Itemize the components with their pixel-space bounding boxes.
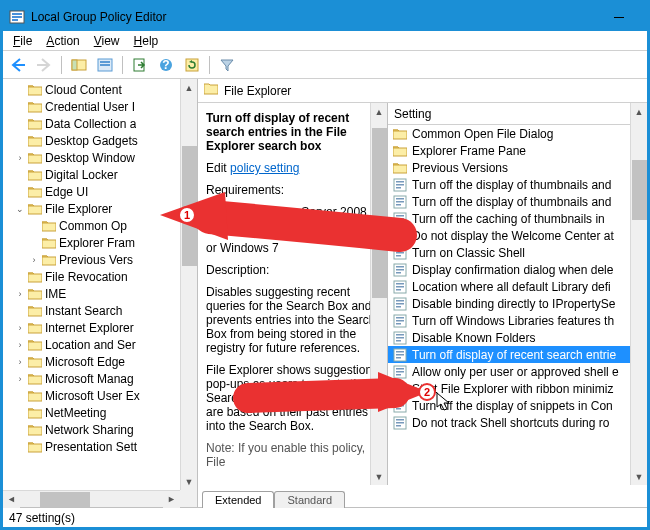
collapse-icon[interactable]: ⌄ bbox=[13, 204, 27, 214]
list-item[interactable]: Turn off the display of thumbnails and bbox=[388, 176, 630, 193]
tree-item[interactable]: ›Location and Ser bbox=[5, 336, 197, 353]
back-button[interactable] bbox=[7, 54, 29, 76]
tree-item[interactable]: NetMeeting bbox=[5, 404, 197, 421]
list-item[interactable]: Turn off display of recent search entrie bbox=[388, 346, 630, 363]
svg-rect-64 bbox=[396, 391, 401, 393]
menu-view[interactable]: View bbox=[88, 32, 126, 50]
expand-icon[interactable]: › bbox=[13, 323, 27, 333]
tree-item[interactable]: File Revocation bbox=[5, 268, 197, 285]
status-text: 47 setting(s) bbox=[9, 511, 75, 525]
tree-hscrollbar[interactable]: ◄ ► bbox=[3, 490, 180, 507]
list-item[interactable]: Allow only per user or approved shell e bbox=[388, 363, 630, 380]
scroll-up-button[interactable]: ▲ bbox=[631, 103, 647, 120]
scroll-up-button[interactable]: ▲ bbox=[181, 79, 197, 96]
show-hide-tree-button[interactable] bbox=[68, 54, 90, 76]
list-item[interactable]: Turn on Classic Shell bbox=[388, 244, 630, 261]
tree-item[interactable]: Cloud Content bbox=[5, 81, 197, 98]
expand-icon[interactable]: › bbox=[13, 374, 27, 384]
tree-item[interactable]: ⌄File Explorer bbox=[5, 200, 197, 217]
refresh-button[interactable] bbox=[181, 54, 203, 76]
folder-icon bbox=[27, 270, 43, 284]
folder-icon bbox=[27, 321, 43, 335]
list-item[interactable]: Previous Versions bbox=[388, 159, 630, 176]
list-item[interactable]: Turn off the caching of thumbnails in bbox=[388, 210, 630, 227]
scroll-up-button[interactable]: ▲ bbox=[371, 103, 387, 120]
forward-button[interactable] bbox=[33, 54, 55, 76]
tree-item-label: Digital Locker bbox=[43, 168, 118, 182]
list-item-label: Turn off the caching of thumbnails in bbox=[412, 212, 605, 226]
list-item[interactable]: Start File Explorer with ribbon minimiz bbox=[388, 380, 630, 397]
list-item-label: Previous Versions bbox=[412, 161, 508, 175]
expand-icon[interactable]: › bbox=[13, 340, 27, 350]
tree-item[interactable]: ›Previous Vers bbox=[5, 251, 197, 268]
tree-item[interactable]: Desktop Gadgets bbox=[5, 132, 197, 149]
tree-vscrollbar[interactable]: ▲ ▼ bbox=[180, 79, 197, 490]
tree-item[interactable]: Edge UI bbox=[5, 183, 197, 200]
tree-item[interactable]: Credential User I bbox=[5, 98, 197, 115]
properties-button[interactable] bbox=[94, 54, 116, 76]
tree-item[interactable]: ›Desktop Window bbox=[5, 149, 197, 166]
policy-setting-icon bbox=[392, 228, 408, 244]
menu-action[interactable]: Action bbox=[40, 32, 85, 50]
list-item[interactable]: Turn off the display of snippets in Con bbox=[388, 397, 630, 414]
svg-rect-14 bbox=[396, 181, 404, 183]
tree-item[interactable]: Instant Search bbox=[5, 302, 197, 319]
expand-icon[interactable]: › bbox=[13, 357, 27, 367]
tree-item[interactable]: ›Microsoft Manag bbox=[5, 370, 197, 387]
export-button[interactable] bbox=[129, 54, 151, 76]
list-item[interactable]: Do not display the Welcome Center at bbox=[388, 227, 630, 244]
list-item[interactable]: Disable binding directly to IPropertySe bbox=[388, 295, 630, 312]
list-item[interactable]: Turn off the display of thumbnails and bbox=[388, 193, 630, 210]
scroll-left-button[interactable]: ◄ bbox=[3, 491, 20, 508]
policy-setting-link[interactable]: policy setting bbox=[230, 161, 299, 175]
svg-rect-27 bbox=[396, 235, 404, 237]
tree-item[interactable]: Microsoft User Ex bbox=[5, 387, 197, 404]
tree-item[interactable]: ›IME bbox=[5, 285, 197, 302]
help-button[interactable]: ? bbox=[155, 54, 177, 76]
minimize-button[interactable] bbox=[597, 3, 641, 31]
expand-icon[interactable]: › bbox=[13, 289, 27, 299]
scroll-down-button[interactable]: ▼ bbox=[371, 468, 387, 485]
list-vscrollbar[interactable]: ▲ ▼ bbox=[630, 103, 647, 485]
edit-label: Edit bbox=[206, 161, 227, 175]
settings-list[interactable]: Setting Common Open File DialogExplorer … bbox=[388, 103, 630, 485]
tree-item[interactable]: Digital Locker bbox=[5, 166, 197, 183]
tab-standard[interactable]: Standard bbox=[274, 491, 345, 508]
scroll-down-button[interactable]: ▼ bbox=[181, 473, 197, 490]
tree-scroll[interactable]: Cloud ContentCredential User IData Colle… bbox=[3, 79, 197, 490]
expand-icon[interactable]: › bbox=[13, 153, 27, 163]
detail-vscrollbar[interactable]: ▲ ▼ bbox=[370, 103, 387, 485]
tab-extended[interactable]: Extended bbox=[202, 491, 274, 508]
tree-item[interactable]: Common Op bbox=[5, 217, 197, 234]
menu-file[interactable]: File bbox=[7, 32, 38, 50]
list-item[interactable]: Explorer Frame Pane bbox=[388, 142, 630, 159]
menu-help[interactable]: Help bbox=[128, 32, 165, 50]
tree-item[interactable]: ›Internet Explorer bbox=[5, 319, 197, 336]
tree-item[interactable]: ›Microsoft Edge bbox=[5, 353, 197, 370]
list-item[interactable]: Location where all default Library defi bbox=[388, 278, 630, 295]
tree-item[interactable]: Network Sharing bbox=[5, 421, 197, 438]
tree-item-label: Data Collection a bbox=[43, 117, 136, 131]
folder-icon bbox=[27, 100, 43, 114]
list-item-label: Display confirmation dialog when dele bbox=[412, 263, 613, 277]
window-title: Local Group Policy Editor bbox=[31, 10, 166, 24]
column-header-setting[interactable]: Setting bbox=[388, 103, 630, 125]
requirements-1: At least Windows Server 2008 R2 bbox=[206, 205, 379, 233]
scroll-right-button[interactable]: ► bbox=[163, 491, 180, 508]
list-item[interactable]: Do not track Shell shortcuts during ro bbox=[388, 414, 630, 431]
filter-button[interactable] bbox=[216, 54, 238, 76]
tree-item[interactable]: Presentation Sett bbox=[5, 438, 197, 455]
expand-icon[interactable]: › bbox=[27, 255, 41, 265]
setting-title: Turn off display of recent search entrie… bbox=[206, 111, 379, 153]
svg-rect-67 bbox=[396, 405, 404, 407]
svg-rect-36 bbox=[396, 272, 401, 274]
tree-item[interactable]: Data Collection a bbox=[5, 115, 197, 132]
list-item[interactable]: Turn off Windows Libraries features th bbox=[388, 312, 630, 329]
title-bar[interactable]: Local Group Policy Editor bbox=[3, 3, 647, 31]
scroll-down-button[interactable]: ▼ bbox=[631, 468, 647, 485]
right-pane-header: File Explorer bbox=[198, 79, 647, 103]
list-item[interactable]: Disable Known Folders bbox=[388, 329, 630, 346]
list-item[interactable]: Common Open File Dialog bbox=[388, 125, 630, 142]
tree-item[interactable]: Explorer Fram bbox=[5, 234, 197, 251]
list-item[interactable]: Display confirmation dialog when dele bbox=[388, 261, 630, 278]
